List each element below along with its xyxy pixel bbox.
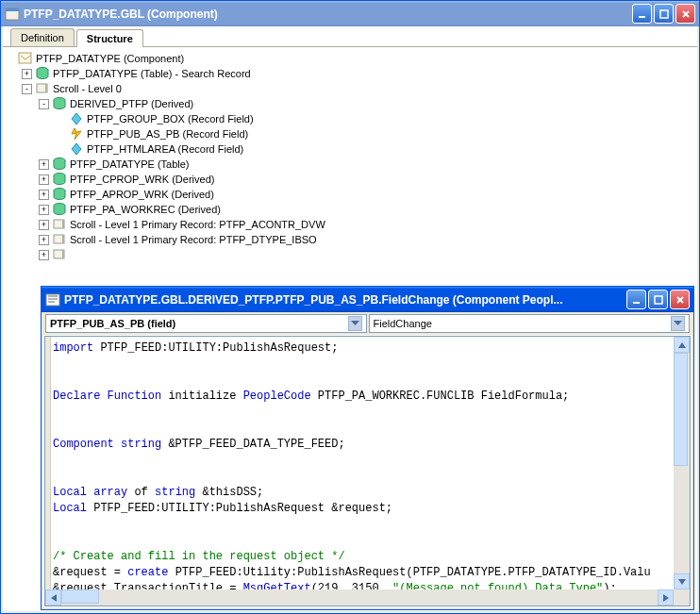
expander-blank <box>56 129 66 140</box>
scroll-icon <box>52 232 67 247</box>
scroll-track[interactable] <box>61 589 658 606</box>
table-icon <box>52 202 67 217</box>
code-field-icon <box>69 126 84 141</box>
scroll-up-button[interactable] <box>674 337 690 353</box>
expander[interactable]: + <box>39 205 49 215</box>
tree-item[interactable]: PTFP_GROUP_BOX (Record Field) <box>5 111 695 126</box>
table-icon <box>52 157 67 172</box>
tree-label: Scroll - Level 1 Primary Record: PTFP_AC… <box>70 217 325 232</box>
scrollbar-corner <box>674 589 690 606</box>
tree-label: PTFP_DATATYPE (Table) <box>70 157 190 172</box>
tree-label: PTFP_DATATYPE (Component) <box>36 51 184 66</box>
component-icon <box>5 8 20 21</box>
svg-rect-14 <box>62 220 64 228</box>
table-icon <box>52 96 67 111</box>
close-button[interactable] <box>670 290 690 309</box>
tree-item[interactable]: + PTFP_APROP_WRK (Derived) <box>5 187 695 202</box>
main-window-controls <box>632 4 695 24</box>
svg-rect-18 <box>62 250 64 258</box>
tree-label: PTFP_PUB_AS_PB (Record Field) <box>87 126 248 141</box>
tab-structure[interactable]: Structure <box>76 29 143 47</box>
event-selector-combo[interactable]: FieldChange <box>369 314 691 333</box>
code-editor-window: PTFP_DATATYPE.GBL.DERIVED_PTFP.PTFP_PUB_… <box>41 286 694 610</box>
tree-label: PTFP_PA_WORKREC (Derived) <box>70 202 221 217</box>
svg-rect-4 <box>19 53 31 63</box>
tree-label: DERIVED_PTFP (Derived) <box>70 96 193 111</box>
svg-rect-3 <box>660 10 668 18</box>
expander[interactable]: + <box>39 190 49 200</box>
scroll-left-button[interactable] <box>45 589 61 606</box>
code-window-icon <box>45 293 60 307</box>
tree-label: PTFP_HTMLAREA (Record Field) <box>87 141 243 157</box>
svg-rect-1 <box>6 8 19 11</box>
chevron-down-icon[interactable] <box>348 316 362 331</box>
close-button[interactable] <box>675 4 695 24</box>
expander[interactable]: + <box>39 174 49 185</box>
field-icon <box>69 141 84 157</box>
scroll-icon <box>35 81 50 96</box>
expander[interactable]: + <box>39 235 49 245</box>
tree-item[interactable]: + PTFP_DATATYPE (Table) - Search Record <box>5 66 695 81</box>
code-window-controls <box>626 290 690 309</box>
tree-item[interactable]: + <box>5 247 695 262</box>
tree-item[interactable]: + Scroll - Level 1 Primary Record: PTFP_… <box>5 217 695 232</box>
tree-item[interactable]: - Scroll - Level 0 <box>5 81 695 96</box>
structure-tree: PTFP_DATATYPE (Component) + PTFP_DATATYP… <box>3 47 697 266</box>
combo-text: FieldChange <box>374 318 672 329</box>
table-icon <box>52 172 67 187</box>
scroll-track[interactable] <box>674 353 690 573</box>
expander[interactable]: + <box>39 220 49 230</box>
tab-definition[interactable]: Definition <box>10 28 75 46</box>
tree-label: Scroll - Level 1 Primary Record: PTFP_DT… <box>70 232 317 247</box>
expander[interactable]: + <box>39 250 49 260</box>
tree-label: PTFP_CPROP_WRK (Derived) <box>70 172 214 187</box>
tree-item[interactable]: + Scroll - Level 1 Primary Record: PTFP_… <box>5 232 695 247</box>
tabs-row: Definition Structure <box>3 26 697 47</box>
component-icon <box>18 51 33 66</box>
table-icon <box>35 66 50 81</box>
scroll-right-button[interactable] <box>658 589 674 606</box>
scroll-down-button[interactable] <box>674 573 690 589</box>
expander-blank <box>56 144 66 155</box>
code-content[interactable]: import PTFP_FEED:UTILITY:PublishAsReques… <box>51 337 690 606</box>
scroll-icon <box>52 247 67 262</box>
tree-label: PTFP_GROUP_BOX (Record Field) <box>87 111 254 126</box>
table-icon <box>52 187 67 202</box>
tree-label: PTFP_DATATYPE (Table) - Search Record <box>53 66 251 81</box>
tree-item[interactable]: PTFP_PUB_AS_PB (Record Field) <box>5 126 695 141</box>
maximize-button[interactable] <box>648 290 668 309</box>
tree-item-root[interactable]: PTFP_DATATYPE (Component) <box>5 51 695 66</box>
tree-label: PTFP_APROP_WRK (Derived) <box>70 187 214 202</box>
tree-item[interactable]: - DERIVED_PTFP (Derived) <box>5 96 695 111</box>
field-selector-combo[interactable]: PTFP_PUB_AS_PB (field) <box>45 314 367 333</box>
main-titlebar[interactable]: PTFP_DATATYPE.GBL (Component) <box>1 1 699 26</box>
tree-item[interactable]: + PTFP_CPROP_WRK (Derived) <box>5 172 695 187</box>
scroll-thumb[interactable] <box>674 353 688 466</box>
tree-item[interactable]: + PTFP_DATATYPE (Table) <box>5 157 695 172</box>
expander[interactable]: - <box>39 99 49 109</box>
code-toolbar: PTFP_PUB_AS_PB (field) FieldChange <box>43 312 692 335</box>
svg-rect-16 <box>62 235 64 243</box>
expander[interactable]: + <box>39 159 49 170</box>
tree-label: Scroll - Level 0 <box>53 81 122 96</box>
tree-item[interactable]: PTFP_HTMLAREA (Record Field) <box>5 141 695 157</box>
minimize-button[interactable] <box>626 290 646 309</box>
svg-rect-7 <box>45 84 47 92</box>
expander-blank <box>56 114 66 124</box>
expander-blank <box>5 54 15 64</box>
svg-rect-21 <box>655 296 662 304</box>
scroll-thumb[interactable] <box>61 589 99 604</box>
scrollbar-horizontal[interactable] <box>45 589 674 606</box>
scrollbar-vertical[interactable] <box>674 337 690 589</box>
expander[interactable]: - <box>22 84 32 94</box>
code-titlebar[interactable]: PTFP_DATATYPE.GBL.DERIVED_PTFP.PTFP_PUB_… <box>42 287 693 312</box>
chevron-down-icon[interactable] <box>671 316 685 331</box>
maximize-button[interactable] <box>654 4 674 24</box>
code-area: import PTFP_FEED:UTILITY:PublishAsReques… <box>44 336 691 606</box>
expander[interactable]: + <box>22 69 32 79</box>
code-client-area: PTFP_PUB_AS_PB (field) FieldChange impor… <box>43 312 692 607</box>
svg-rect-2 <box>639 16 645 18</box>
minimize-button[interactable] <box>632 4 652 24</box>
field-icon <box>69 111 84 126</box>
tree-item[interactable]: + PTFP_PA_WORKREC (Derived) <box>5 202 695 217</box>
